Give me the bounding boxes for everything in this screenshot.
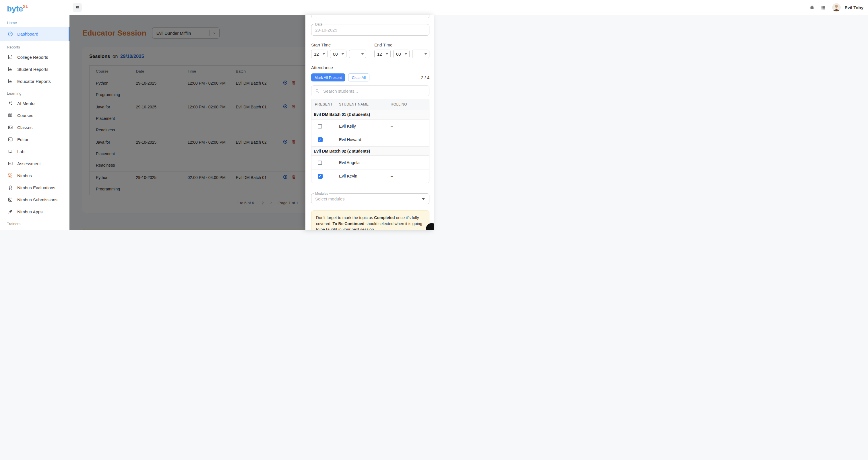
- sidebar-item-label: Classes: [17, 125, 32, 130]
- nimbus-grid-icon: [7, 173, 13, 178]
- sidebar-section-label: Reports: [7, 45, 69, 49]
- date-field-label: Date: [314, 22, 323, 26]
- sidebar-item-nimbus-submissions[interactable]: Nimbus Submissions: [0, 194, 69, 206]
- start-time-hour-select[interactable]: 12: [311, 50, 328, 58]
- sidebar-item-label: College Reports: [17, 55, 48, 60]
- sidebar: byte XL HomeDashboardReportsCollege Repo…: [0, 0, 69, 230]
- bytexl-logo: byte XL: [0, 4, 69, 17]
- present-checkbox[interactable]: [318, 174, 322, 179]
- attendance-table: PRESENTSTUDENT NAMEROLL NO Evil DM Batch…: [311, 99, 429, 183]
- sidebar-item-student-reports[interactable]: Student Reports: [0, 63, 69, 75]
- sidebar-item-courses[interactable]: Courses: [0, 109, 69, 121]
- sidebar-item-educator-reports[interactable]: Educator Reports: [0, 75, 69, 87]
- select-value: 00: [333, 52, 338, 57]
- end-time-label: End Time: [374, 42, 429, 47]
- start-time-group: Start Time 1200: [311, 42, 366, 58]
- logo-text-xl: XL: [23, 4, 28, 9]
- sidebar-item-lab[interactable]: Lab: [0, 145, 69, 158]
- sidebar-item-nimbus-evaluations[interactable]: Nimbus Evaluations: [0, 182, 69, 194]
- end-time-hour-select[interactable]: 12: [374, 50, 391, 58]
- date-field[interactable]: Date 29-10-2025: [311, 24, 429, 36]
- student-row: Evil Kelly–: [311, 119, 429, 133]
- student-roll: –: [387, 174, 429, 178]
- student-name: Evil Kevin: [336, 174, 387, 178]
- logo-text-byte: byte: [7, 4, 23, 14]
- dashboard-gauge-icon: [7, 31, 13, 37]
- indent-collapse-icon: [74, 5, 80, 10]
- sidebar-item-dashboard[interactable]: Dashboard: [0, 27, 69, 41]
- note-bold-segment: Completed: [374, 216, 395, 220]
- student-row: Evil Howard–: [311, 133, 429, 146]
- present-cell: [311, 124, 336, 129]
- sidebar-item-assessment[interactable]: Assessment: [0, 158, 69, 169]
- end-time-minute-select[interactable]: 00: [393, 50, 410, 58]
- completion-note: Don’t forget to mark the topic as Comple…: [311, 210, 429, 230]
- sidebar-item-label: Student Reports: [17, 67, 48, 72]
- sidebar-item-classes[interactable]: Classes: [0, 121, 69, 133]
- sidebar-item-label: AI Mentor: [17, 101, 36, 106]
- caret-down-icon: [385, 53, 389, 55]
- sidebar-item-nimbus[interactable]: Nimbus: [0, 169, 69, 182]
- present-checkbox[interactable]: [318, 137, 322, 142]
- student-row: Evil Kevin–: [311, 169, 429, 183]
- medal-icon: [7, 185, 13, 190]
- sidebar-item-editor[interactable]: Editor: [0, 133, 69, 145]
- caret-down-icon: [361, 53, 364, 55]
- collapse-sidebar-button[interactable]: [73, 3, 82, 12]
- attendance-column-student-name: STUDENT NAME: [336, 102, 387, 106]
- present-checkbox[interactable]: [318, 124, 322, 129]
- end-time-blank-select[interactable]: [412, 50, 429, 58]
- book-icon: [7, 112, 13, 118]
- sidebar-item-label: Assessment: [17, 161, 41, 166]
- clear-all-button[interactable]: Clear All: [348, 73, 369, 81]
- attendance-column-roll-no: ROLL NO: [387, 102, 429, 106]
- rocket-icon: [7, 209, 13, 215]
- modules-label: Modules: [314, 192, 329, 196]
- batch-group-row: Evil DM Batch 01 (2 students): [311, 110, 429, 119]
- modal-dim-overlay[interactable]: [69, 15, 305, 230]
- batch-group-row: Evil DM Batch 02 (2 students): [311, 146, 429, 156]
- student-row: Evil Angela–: [311, 156, 429, 169]
- attendance-label: Attendance: [311, 65, 429, 70]
- topbar: Evil Toby: [69, 0, 434, 15]
- student-search-input[interactable]: Search students...: [311, 86, 429, 96]
- sidebar-section-label: Home: [7, 21, 69, 25]
- present-cell: [311, 137, 336, 142]
- student-roll: –: [387, 160, 429, 165]
- session-drawer: Python Programming Date 29-10-2025 Start…: [305, 15, 434, 230]
- sidebar-item-label: Courses: [17, 113, 33, 118]
- caret-down-icon: [322, 53, 325, 55]
- search-placeholder: Search students...: [323, 89, 358, 94]
- start-time-minute-select[interactable]: 00: [330, 50, 346, 58]
- caret-down-icon: [404, 53, 407, 55]
- caret-down-icon: [424, 53, 427, 55]
- start-time-label: Start Time: [311, 42, 366, 47]
- modules-select[interactable]: Modules Select modules: [311, 193, 429, 204]
- sidebar-item-college-reports[interactable]: College Reports: [0, 51, 69, 63]
- student-name: Evil Kelly: [336, 124, 387, 129]
- sidebar-item-label: Nimbus Evaluations: [17, 185, 55, 190]
- id-card-icon: [7, 125, 13, 130]
- attendance-counter: 2 / 4: [421, 75, 429, 80]
- sidebar-item-ai-mentor[interactable]: AI Mentor: [0, 97, 69, 109]
- date-field-value: 29-10-2025: [315, 28, 337, 32]
- scatter-chart-icon: [7, 54, 13, 60]
- student-roll: –: [387, 124, 429, 129]
- mark-all-present-button[interactable]: Mark All Present: [311, 73, 345, 81]
- select-value: 00: [396, 52, 401, 57]
- present-cell: [311, 174, 336, 179]
- sidebar-item-nimbus-apps[interactable]: Nimbus Apps: [0, 206, 69, 218]
- start-time-blank-select[interactable]: [349, 50, 366, 58]
- assessment-icon: [7, 161, 13, 166]
- note-segment: Don’t forget to mark the topic as: [316, 216, 374, 220]
- student-roll: –: [387, 137, 429, 142]
- sidebar-section-label: Learning: [7, 91, 69, 96]
- modules-placeholder: Select modules: [315, 196, 345, 201]
- topic-input[interactable]: Python Programming: [311, 15, 429, 19]
- calendar-check-icon: [7, 197, 13, 202]
- sparkles-icon: [7, 100, 13, 106]
- sidebar-item-label: Lab: [17, 149, 24, 154]
- search-icon: [315, 89, 320, 94]
- present-checkbox[interactable]: [318, 161, 322, 165]
- present-cell: [311, 161, 336, 165]
